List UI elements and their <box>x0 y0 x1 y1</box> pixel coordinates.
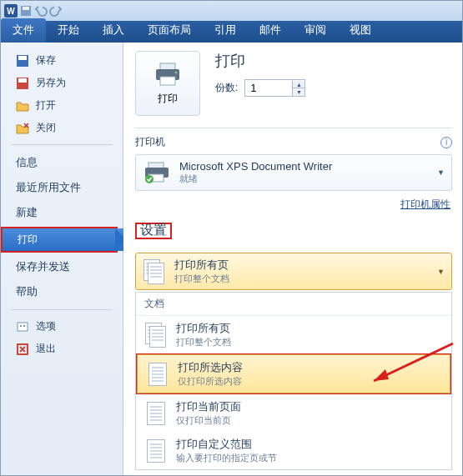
menu-item-title: 打印当前页面 <box>176 399 241 414</box>
svg-point-17 <box>145 175 153 183</box>
nav-help[interactable]: 帮助 <box>1 279 123 304</box>
svg-rect-3 <box>18 56 27 60</box>
svg-rect-14 <box>148 163 164 168</box>
nav-open[interactable]: 打开 <box>1 94 123 117</box>
page-icon <box>146 361 169 388</box>
nav-label: 退出 <box>36 342 56 356</box>
nav-label: 打印 <box>18 233 38 247</box>
menu-item-selection[interactable]: 打印所选内容 仅打印所选内容 <box>137 354 450 393</box>
menu-item-sub: 仅打印当前页 <box>176 414 241 427</box>
nav-save-send[interactable]: 保存并发送 <box>1 254 123 279</box>
tab-home[interactable]: 开始 <box>46 18 91 43</box>
printer-name: Microsoft XPS Document Writer <box>179 160 332 173</box>
open-icon <box>16 99 29 113</box>
nav-label: 打开 <box>36 98 56 113</box>
nav-recent[interactable]: 最近所用文件 <box>1 175 123 200</box>
nav-label: 关闭 <box>36 121 56 135</box>
nav-label: 另存为 <box>36 76 66 90</box>
backstage-nav: 保存 另存为 打开 关闭 信息 最近所用文件 新建 打印 保存并发送 帮助 选项 <box>1 43 123 475</box>
info-icon[interactable]: i <box>440 137 452 148</box>
save-qat-icon[interactable] <box>19 4 33 18</box>
printer-icon <box>153 62 182 87</box>
dropdown-title: 打印所有页 <box>174 258 229 273</box>
tab-references[interactable]: 引用 <box>203 18 248 43</box>
menu-item-sub: 打印整个文档 <box>176 336 231 348</box>
nav-label: 保存 <box>36 53 56 68</box>
svg-rect-7 <box>20 325 22 327</box>
menu-item-custom-range[interactable]: 打印自定义范围 输入要打印的指定页或节 <box>136 432 451 469</box>
nav-options[interactable]: 选项 <box>1 315 123 338</box>
menu-section-label: 文档 <box>136 293 451 316</box>
nav-info[interactable]: 信息 <box>1 150 123 175</box>
svg-rect-12 <box>160 77 175 85</box>
nav-print[interactable]: 打印 <box>3 228 126 251</box>
save-as-icon <box>16 77 29 90</box>
copies-spinner[interactable]: ▲ ▼ <box>244 79 305 97</box>
close-icon <box>16 122 29 135</box>
spinner-up-icon[interactable]: ▲ <box>293 81 304 88</box>
menu-item-title: 打印所有页 <box>176 321 231 336</box>
page-range-icon <box>144 438 168 464</box>
tab-view[interactable]: 视图 <box>338 18 383 43</box>
nav-save-as[interactable]: 另存为 <box>1 72 123 94</box>
spinner-down-icon[interactable]: ▼ <box>293 88 304 96</box>
undo-qat-icon[interactable] <box>34 4 48 18</box>
printer-device-icon <box>143 161 171 184</box>
chevron-down-icon: ▼ <box>437 168 445 177</box>
nav-new[interactable]: 新建 <box>1 200 123 225</box>
menu-item-title: 打印所选内容 <box>178 360 243 375</box>
print-title: 打印 <box>215 51 305 71</box>
nav-label: 选项 <box>36 319 56 333</box>
printer-heading: 打印机 <box>135 135 165 149</box>
svg-rect-1 <box>23 7 29 10</box>
copies-input[interactable] <box>245 80 292 96</box>
chevron-down-icon: ▼ <box>437 268 445 276</box>
print-pane: 打印 打印 份数: ▲ ▼ 打印机 i <box>123 43 462 475</box>
tab-review[interactable]: 审阅 <box>293 18 338 43</box>
exit-icon <box>16 343 29 356</box>
tab-file[interactable]: 文件 <box>1 18 46 43</box>
tab-mail[interactable]: 邮件 <box>248 18 293 43</box>
app-icon: W <box>4 4 18 18</box>
svg-rect-6 <box>18 323 28 331</box>
menu-item-sub: 仅打印所选内容 <box>178 375 243 388</box>
printer-properties-link[interactable]: 打印机属性 <box>137 198 450 212</box>
print-button[interactable]: 打印 <box>135 51 200 116</box>
page-icon <box>144 400 168 427</box>
printer-selector[interactable]: Microsoft XPS Document Writer 就绪 ▼ <box>135 154 452 191</box>
menu-item-current-page[interactable]: 打印当前页面 仅打印当前页 <box>136 394 451 432</box>
print-range-menu: 文档 打印所有页 打印整个文档 打印所选内容 仅打印所选内容 <box>135 292 452 470</box>
menu-item-sub: 输入要打印的指定页或节 <box>176 452 277 464</box>
tab-insert[interactable]: 插入 <box>91 18 136 43</box>
menu-item-all-pages[interactable]: 打印所有页 打印整个文档 <box>136 316 451 353</box>
save-icon <box>16 54 29 68</box>
printer-status: 就绪 <box>179 173 332 185</box>
svg-point-13 <box>175 71 178 73</box>
dropdown-sub: 打印整个文档 <box>174 273 229 285</box>
options-icon <box>16 320 29 333</box>
print-button-label: 打印 <box>158 92 178 106</box>
ribbon-tabs: 文件 开始 插入 页面布局 引用 邮件 审阅 视图 <box>1 21 462 43</box>
nav-save[interactable]: 保存 <box>1 49 123 72</box>
nav-exit[interactable]: 退出 <box>1 338 123 360</box>
redo-qat-icon[interactable] <box>49 4 63 18</box>
tab-layout[interactable]: 页面布局 <box>136 18 203 43</box>
nav-close[interactable]: 关闭 <box>1 117 123 139</box>
pages-icon <box>144 322 168 348</box>
menu-item-title: 打印自定义范围 <box>176 437 277 452</box>
print-range-dropdown[interactable]: 打印所有页 打印整个文档 ▼ <box>135 253 452 290</box>
svg-rect-8 <box>23 325 25 327</box>
svg-rect-10 <box>160 63 175 70</box>
copies-label: 份数: <box>215 81 238 95</box>
settings-heading: 设置 <box>140 222 167 239</box>
svg-rect-5 <box>18 78 27 83</box>
